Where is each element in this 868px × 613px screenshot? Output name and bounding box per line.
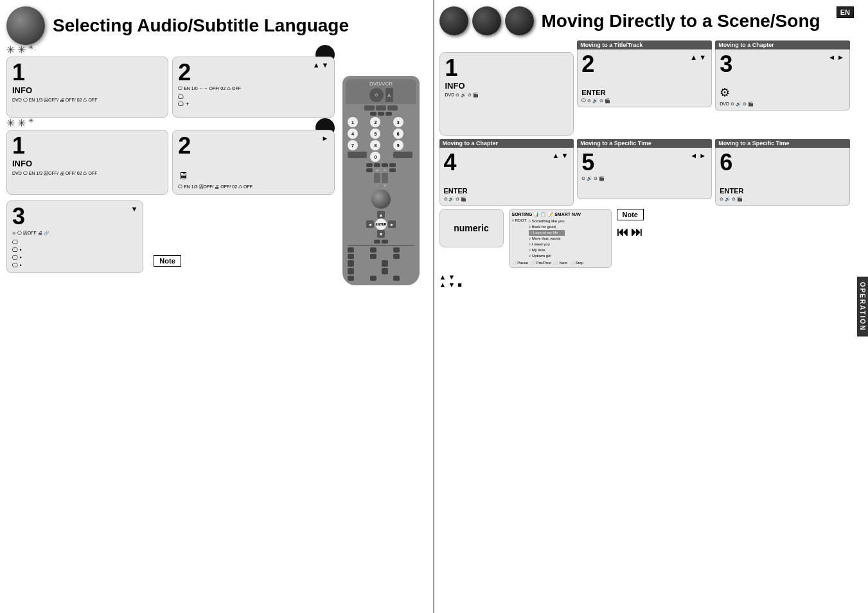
remote-num-0[interactable]: 0 (370, 152, 380, 162)
remote-extra-2[interactable] (370, 247, 376, 253)
remote-prog-down[interactable] (348, 260, 354, 267)
remote-key-row (346, 240, 416, 244)
step-arrow-3: ▼ (130, 205, 137, 213)
step-row-1b: ✳✳✳ 1 INFO DVD 🖵 EN 1/3 囚OFF/ 🖨 OFF/ 02 … (6, 123, 335, 195)
remote-right[interactable]: ► (388, 220, 396, 228)
remote-btn-sm2 (378, 112, 384, 116)
remote-dpad-row-mid: ◄ ENTER ► (366, 218, 396, 230)
remote-func-2[interactable] (370, 276, 376, 281)
remote-play[interactable] (382, 163, 388, 167)
remote-num-1[interactable]: 1 (348, 117, 358, 127)
remote-remain[interactable] (348, 152, 367, 158)
remote-zoom[interactable] (382, 240, 388, 244)
remote-num-9[interactable]: 9 (393, 140, 403, 150)
remote-prog[interactable] (382, 268, 388, 274)
bottom-row-right: numeric SORTING 📊 📋 📝 SMART NAV ○ ROOT ♪… (439, 209, 851, 268)
remote-extra-5[interactable] (370, 254, 376, 259)
remote-surf[interactable] (389, 168, 396, 172)
page-container: Selecting Audio/Subtitle Language ✳✳✳ 1 … (0, 0, 868, 613)
step-arrows-r3: ◄ ► (828, 53, 844, 61)
remote-cancel[interactable] (393, 152, 412, 158)
note-area-left: Note (147, 200, 181, 273)
remote-extra-1[interactable] (348, 247, 354, 253)
remote-numpad: 1 2 3 4 5 6 7 8 9 0 (348, 117, 414, 162)
remote-vol-slider[interactable] (374, 173, 380, 183)
remote-num-3[interactable]: 3 (393, 117, 403, 127)
numeric-box: numeric (439, 209, 504, 247)
skip-next-btn[interactable]: ⏭ (631, 226, 642, 239)
remote-down[interactable]: ▼ (377, 230, 385, 238)
remote-enter[interactable]: ENTER (375, 218, 387, 230)
remote-num-5[interactable]: 5 (370, 129, 380, 139)
status-1b: DVD 🖵 EN 1/3 囚OFF/ 🖨 OFF/ 02 ♺ OFF (12, 170, 163, 177)
step-label-r1: INFO (445, 81, 569, 91)
left-section: Selecting Audio/Subtitle Language ✳✳✳ 1 … (0, 0, 434, 613)
remote-vol-area: + - (374, 168, 380, 188)
remote-left[interactable]: ◄ (366, 220, 374, 228)
right-header-icon-3 (505, 6, 534, 35)
step-box-3: 3 ▼ ⊙ 🖵 囚OFF 🖨 🔗 🖵 🖵 • 🖵 • 🖵 • (6, 200, 143, 273)
smart-nav-box: SORTING 📊 📋 📝 SMART NAV ○ ROOT ♪ Somethi… (509, 209, 612, 268)
remote-vol-row: + - ^ v (346, 168, 416, 188)
right-header-icon-1 (439, 6, 468, 35)
col4-header: Moving to a Chapter (439, 139, 574, 148)
col1-spacer (439, 40, 574, 52)
remote-num-2[interactable]: 2 (370, 117, 380, 127)
deco-asterisk-1: ✳✳✳ (6, 44, 33, 56)
remote-func-1[interactable] (348, 276, 354, 281)
left-title: Selecting Audio/Subtitle Language (53, 15, 349, 36)
remote-keyring[interactable] (374, 240, 380, 244)
bottom-arrows-1: ▲ ▼ (439, 273, 851, 281)
remote-slow[interactable] (348, 268, 354, 274)
remote-stop[interactable] (374, 163, 380, 167)
col6: Moving to a Specific Time 6 ENTER ⊙ 🔊 ⊙ … (715, 139, 850, 206)
remote-func-3[interactable] (393, 276, 400, 281)
remote-prog-up[interactable] (382, 260, 388, 267)
remote-mute[interactable] (366, 168, 373, 172)
remote-btn-mode (376, 105, 386, 111)
remote-btn-row-1 (346, 105, 416, 111)
step-label-1b: INFO (12, 159, 163, 168)
remote-prev[interactable] (366, 163, 373, 167)
bottom-square: ■ (457, 281, 462, 289)
note-box-right: Note (617, 209, 644, 220)
remote-num-4[interactable]: 4 (348, 129, 358, 139)
remote-num-8[interactable]: 8 (370, 140, 380, 150)
remote-num-6[interactable]: 6 (393, 129, 403, 139)
remote-up[interactable]: ▲ (377, 211, 385, 218)
gear-icon: ⚙ (720, 85, 846, 100)
remote-extra-3[interactable] (393, 247, 400, 253)
status-1a: DVD 🖵 EN 1/3 囚OFF/ 🖨 OFF/ 02 ♺ OFF (12, 97, 163, 103)
bottom-arrows-2: ▲ ▼ (439, 281, 456, 289)
left-inner: ✳✳✳ 1 INFO DVD 🖵 EN 1/3 囚OFF/ 🖨 OFF/ 02 … (6, 50, 428, 613)
step-row-3: 3 ▼ ⊙ 🖵 囚OFF 🖨 🔗 🖵 🖵 • 🖵 • 🖵 • (6, 200, 335, 273)
en-badge: EN (837, 6, 854, 18)
step-num-1b: 1 (12, 134, 163, 157)
remote-ch-area: ^ v (382, 168, 388, 188)
remote-extra-6[interactable] (393, 254, 400, 259)
status-2b: 🖵 EN 1/3 囚OFF/ 🖨 OFF/ 02 ♺ OFF (178, 184, 328, 190)
step-body-r2: 2 ▲ ▼ ENTER 🖵 ⊙ 🔊 ⊙ 🎬 (577, 49, 712, 107)
left-steps-main: ✳✳✳ 1 INFO DVD 🖵 EN 1/3 囚OFF/ 🖨 OFF/ 02 … (6, 50, 335, 613)
remote-extra-4[interactable] (348, 254, 354, 259)
skip-prev-btn[interactable]: ⏮ (617, 226, 628, 239)
step-box-1b: 1 INFO DVD 🖵 EN 1/3 囚OFF/ 🖨 OFF/ 02 ♺ OF… (6, 130, 168, 195)
remote-num-7[interactable]: 7 (348, 140, 358, 150)
smart-nav-content: ○ ROOT ♪ Something like you ♪ Back for g… (512, 218, 608, 259)
remote-next[interactable] (389, 163, 396, 167)
left-header-icon (6, 6, 45, 45)
remote-btn-slide (364, 105, 375, 111)
operation-tab: OPERATION (857, 277, 868, 337)
step-body-r6: 6 ENTER ⊙ 🔊 ⊙ 🎬 (715, 148, 850, 206)
col2: Moving to a Title/Track 2 ▲ ▼ ENTER 🖵 ⊙ … (577, 40, 712, 136)
remote-body: DVD/VCR ⊙ A (342, 76, 420, 285)
left-header: Selecting Audio/Subtitle Language (6, 6, 428, 45)
remote-ch-slider[interactable] (382, 173, 388, 183)
step-enter-r6: ENTER (720, 187, 846, 195)
status-r1: DVD ⊙ 🔊 ⊙ 🎬 (445, 93, 569, 98)
right-content: 1 INFO DVD ⊙ 🔊 ⊙ 🎬 Moving to a Title/Tra… (439, 40, 851, 289)
status-r4: ⊙ 🔊 ⊙ 🎬 (444, 197, 570, 202)
step-box-2a: 2 ▲ ▼ 🖵 EN 1/0 ←→ OFF/ 02 ♺ OFF 🖵 🖵 + (172, 57, 334, 118)
remote-btn-sm1 (370, 112, 376, 116)
smart-nav-radio-area: ○ ROOT (512, 218, 527, 259)
